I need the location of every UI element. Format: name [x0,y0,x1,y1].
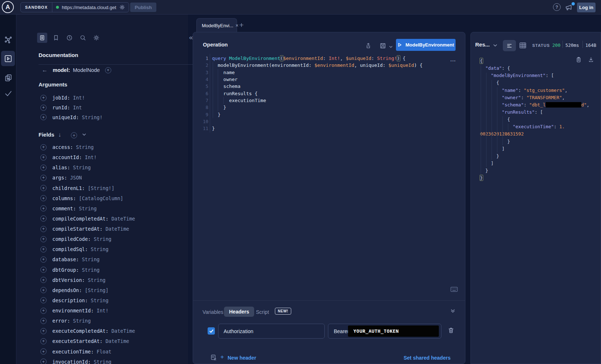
settings-gear-icon[interactable] [93,35,100,41]
argument-row[interactable]: +jobId:Int! [40,93,103,103]
field-row[interactable]: +compiledCode:String [40,234,135,244]
field-row[interactable]: +comment:String [40,203,135,214]
share-operation-icon[interactable] [365,43,372,49]
add-field-plus-icon[interactable]: + [40,256,47,263]
field-type[interactable]: [CatalogColumn] [79,195,123,201]
field-type[interactable]: Int! [97,308,109,314]
field-type[interactable]: Float [97,349,112,355]
tab-script[interactable]: Script [256,309,269,315]
checklist-icon[interactable] [4,89,13,98]
field-type[interactable]: DateTime [111,328,135,334]
add-field-plus-icon[interactable]: + [40,144,47,150]
add-to-query-button[interactable]: + [105,67,111,73]
graphql-editor[interactable]: 1query ModelByEnvironment($environmentId… [197,55,422,132]
operation-tab[interactable]: ModelByEnvi... × [196,18,237,32]
add-field-plus-icon[interactable]: + [40,226,47,232]
field-type[interactable]: String [88,277,105,283]
field-type[interactable]: String [94,359,112,364]
field-row[interactable]: +dbtGroup:String [40,265,135,275]
add-field-plus-icon[interactable]: + [40,205,47,211]
field-type[interactable]: String [73,318,91,324]
field-row[interactable]: +executionTime:Float [40,347,135,357]
sort-fields-icon[interactable]: ↓ [58,132,61,138]
endpoint-settings-gear-icon[interactable] [119,4,125,10]
field-row[interactable]: +args:JSON [40,173,135,183]
field-type[interactable]: Int! [73,95,85,101]
set-shared-headers-button[interactable]: Set shared headers [404,355,450,361]
fields-options-chevron-icon[interactable] [82,132,87,137]
field-row[interactable]: +access:String [40,142,135,152]
header-script-icon[interactable] [210,354,217,361]
field-type[interactable]: String [82,256,100,262]
add-field-plus-icon[interactable]: + [40,236,47,242]
tab-variables[interactable]: Variables [203,309,223,315]
add-field-plus-icon[interactable]: + [40,215,47,222]
add-field-plus-icon[interactable]: + [40,105,47,111]
collapse-panel-icon[interactable]: « [189,33,193,41]
add-field-plus-icon[interactable]: + [40,277,47,283]
field-row[interactable]: +compileStartedAt:DateTime [40,224,135,234]
argument-row[interactable]: +runId:Int [40,103,103,113]
field-type[interactable]: String [73,165,91,170]
field-type[interactable]: JSON [70,175,82,181]
raw-view-toggle[interactable] [503,40,516,51]
field-row[interactable]: +executeCompletedAt:DateTime [40,326,135,336]
field-row[interactable]: +childrenL1:[String!] [40,183,135,193]
field-type[interactable]: DateTime [105,338,129,344]
field-row[interactable]: +environmentId:Int! [40,306,135,316]
run-operation-button[interactable]: ModelByEnvironment [396,39,456,51]
add-field-plus-icon[interactable]: + [40,297,47,303]
field-row[interactable]: +compileCompletedAt:DateTime [40,214,135,224]
auth-token-field[interactable]: YOUR_AUTH_TOKEN [348,325,439,337]
breadcrumb-type[interactable]: ModelNode [73,67,100,73]
add-field-plus-icon[interactable]: + [40,185,47,191]
add-field-plus-icon[interactable]: + [40,318,47,324]
add-field-plus-icon[interactable]: + [40,246,47,252]
header-key-input[interactable]: Authorization [218,324,325,339]
new-header-button[interactable]: New header [228,355,256,361]
endpoint-chip[interactable]: SANDBOX https://metadata.cloud.get [20,2,129,12]
response-dropdown-chevron-icon[interactable] [493,43,498,48]
add-all-fields-button[interactable]: + [71,132,77,138]
add-field-plus-icon[interactable]: + [40,359,47,364]
field-type[interactable]: DateTime [105,226,129,232]
explorer-icon[interactable] [4,54,12,63]
field-row[interactable]: +invocationId:String [40,357,135,364]
add-field-plus-icon[interactable]: + [40,114,47,120]
login-button[interactable]: Log in [577,3,596,12]
documentation-tab-icon[interactable] [37,33,47,43]
schema-graph-icon[interactable] [4,36,13,44]
field-type[interactable]: String [94,236,112,242]
add-field-plus-icon[interactable]: + [40,95,47,101]
new-tab-button[interactable]: + [239,21,244,29]
apollo-logo-icon[interactable]: A [2,1,14,13]
field-row[interactable]: +columns:[CatalogColumn] [40,193,135,203]
argument-row[interactable]: +uniqueId:String! [40,112,103,122]
field-row[interactable]: +description:String [40,295,135,306]
add-field-plus-icon[interactable]: + [40,308,47,314]
add-field-plus-icon[interactable]: + [40,154,47,161]
field-row[interactable]: +accountId:Int! [40,152,135,162]
field-row[interactable]: +executeStartedAt:DateTime [40,336,135,346]
add-field-plus-icon[interactable]: + [40,328,47,334]
field-type[interactable]: String [76,144,94,150]
publish-button[interactable]: Publish [130,3,156,12]
add-field-plus-icon[interactable]: + [40,165,47,171]
delete-header-trash-icon[interactable] [448,327,454,334]
back-arrow-icon[interactable]: ← [42,67,48,73]
field-type[interactable]: Int [73,105,82,110]
table-view-toggle[interactable] [519,41,527,49]
field-row[interactable]: +database:String [40,254,135,264]
search-icon[interactable] [80,35,86,41]
field-type[interactable]: Int! [85,154,97,160]
field-row[interactable]: +error:String [40,316,135,326]
field-row[interactable]: +dependsOn:[String] [40,285,135,295]
keyboard-shortcuts-icon[interactable] [450,287,458,292]
field-type[interactable]: [String] [85,287,108,293]
field-type[interactable]: String [79,206,97,211]
field-row[interactable]: +dbtVersion:String [40,275,135,285]
field-type[interactable]: String [91,246,109,252]
save-operation-icon[interactable] [380,43,386,49]
field-row[interactable]: +compiledSql:String [40,244,135,254]
history-icon[interactable] [66,35,73,41]
